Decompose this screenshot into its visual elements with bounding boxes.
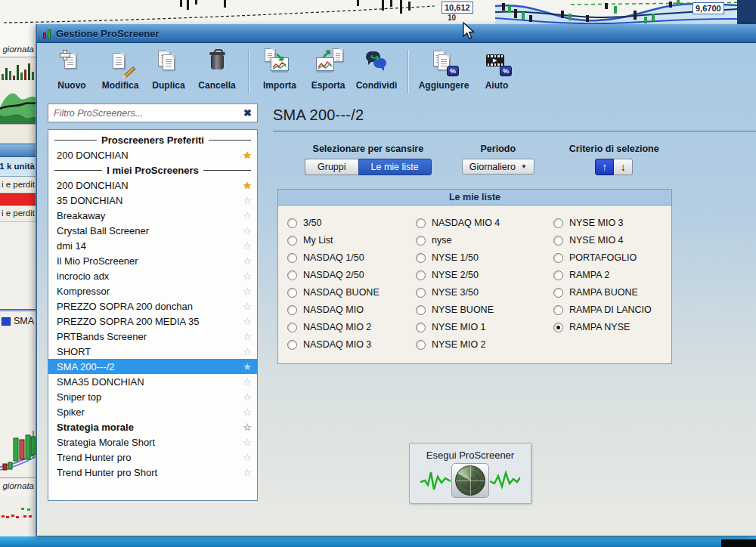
cancella-button[interactable]: Cancella [193,48,241,91]
background-chart-strip: 10,612 10 9,6700 [0,0,756,24]
favorite-star-icon[interactable] [243,256,252,266]
favorite-star-icon[interactable] [243,317,252,326]
list-item[interactable]: Strategia Morale Short [48,434,257,450]
list-option[interactable]: NASDAQ 2/50 [287,267,416,283]
list-option[interactable]: nyse [416,233,553,248]
list-item[interactable]: Kompressor [48,283,257,298]
favorite-star-icon[interactable] [243,301,252,311]
list-item[interactable]: SMA35 DONCHIAN [48,374,257,389]
importa-button[interactable]: ↘ Importa [256,48,304,91]
list-option[interactable]: NASDAQ BUONE [287,285,416,300]
list-item[interactable]: Sniper top [48,389,257,404]
sort-ascending-button[interactable]: ↑ [595,159,614,175]
list-item[interactable]: PRTBands Screener [48,329,257,344]
favorite-star-icon[interactable] [243,241,252,251]
favorite-star-icon[interactable] [243,437,252,447]
list-item[interactable]: 35 DONCHIAN [48,193,257,208]
sort-descending-button[interactable]: ↓ [614,159,633,175]
period-dropdown[interactable]: Giornaliero ▼ [462,159,534,175]
list-option[interactable]: NASDAQ MIO 4 [416,215,553,230]
list-item[interactable]: 200 DONCHIAN [48,147,257,162]
aggiungere-button[interactable]: Aggiungere [415,48,472,91]
condividi-button[interactable]: ↪ Condividi [352,48,401,91]
filter-input[interactable] [54,108,240,119]
list-section-header: I miei ProScreeners [48,162,257,178]
radar-icon [420,463,520,498]
export-icon: ↗ [311,48,345,77]
esegui-proscreener-button[interactable]: Esegui ProScreener [409,443,531,504]
edit-document-icon [104,48,137,77]
window-titlebar[interactable]: Gestione ProScreener [37,24,756,43]
list-item[interactable]: Crystal Ball Screener [48,223,257,238]
nuovo-button[interactable]: Nuovo [48,48,96,91]
screener-list: Proscreeners Preferiti 200 DONCHIAN I mi… [48,129,258,501]
favorite-star-icon[interactable] [243,226,252,236]
list-option[interactable]: NYSE BUONE [416,302,553,317]
list-option[interactable]: NASDAQ MIO 3 [287,337,416,352]
sort-direction-buttons: ↑ ↓ [595,159,633,175]
screener-sidebar: ✖ Proscreeners Preferiti 200 DONCHIAN I … [37,99,264,536]
radio-icon [287,323,297,332]
list-option[interactable]: NYSE 1/50 [416,250,553,265]
list-item[interactable]: SHORT [48,344,257,359]
favorite-star-icon[interactable] [243,181,252,190]
list-item[interactable]: Trend Hunter pro Short [48,465,257,480]
list-option[interactable]: NASDAQ 1/50 [287,250,416,265]
list-option[interactable]: NASDAQ MIO 2 [287,320,416,335]
list-item[interactable]: Trend Hunter pro [48,450,257,465]
list-item[interactable]: PREZZO SOPRA 200 MEDIA 35 [48,314,257,329]
favorite-star-icon[interactable] [243,468,252,477]
list-option[interactable]: RAMPA DI LANCIO [553,302,667,317]
tab-le-mie-liste[interactable]: Le mie liste [358,159,432,175]
radio-icon [416,288,426,298]
list-item[interactable]: dmi 14 [48,238,257,253]
list-item[interactable]: incrocio adx [48,268,257,283]
favorite-star-icon[interactable] [243,453,252,462]
radio-icon [287,340,297,350]
modifica-button[interactable]: Modifica [96,48,144,91]
favorite-star-icon[interactable] [243,211,252,221]
favorite-star-icon[interactable] [243,271,252,281]
esporta-button[interactable]: ↗ Esporta [304,48,352,91]
list-option[interactable]: RAMPA 2 [553,267,667,283]
background-red-bar [0,193,36,206]
favorite-star-icon[interactable] [243,347,252,357]
list-option[interactable]: RAMPA BUONE [553,285,667,300]
list-option[interactable]: 3/50 [287,215,416,230]
list-option[interactable]: NYSE MIO 1 [416,320,553,335]
favorite-star-icon[interactable] [243,377,252,387]
list-option[interactable]: NYSE MIO 2 [416,337,553,352]
list-item-selected[interactable]: SMA 200---/2 [48,359,257,374]
list-item[interactable]: Spiker [48,404,257,419]
favorite-star-icon[interactable] [243,332,252,341]
favorite-star-icon[interactable] [243,422,252,432]
list-option[interactable]: PORTAFOGLIO [553,250,667,265]
duplica-button[interactable]: Duplica [144,48,193,91]
tab-gruppi[interactable]: Gruppi [305,159,358,175]
list-option[interactable]: NYSE 3/50 [416,285,553,300]
favorite-star-icon[interactable] [243,392,252,402]
list-option[interactable]: NYSE MIO 4 [553,233,667,248]
radio-icon [416,323,426,332]
list-option[interactable]: NASDAQ MIO [287,302,416,317]
favorite-star-icon[interactable] [243,150,252,160]
list-option[interactable]: My List [287,233,416,248]
background-panel-corner [737,0,756,24]
favorite-star-icon[interactable] [243,196,252,206]
radio-icon [287,236,297,246]
list-option-selected[interactable]: RAMPA NYSE [553,320,667,335]
list-item[interactable]: Il Mio ProScreener [48,253,257,268]
list-option[interactable]: NYSE 2/50 [416,267,553,283]
favorite-star-icon[interactable] [243,407,252,417]
favorite-star-icon[interactable] [243,362,252,372]
price-label-box: 10,612 [442,2,473,14]
list-item[interactable]: Breakaway [48,208,257,223]
clear-filter-icon[interactable]: ✖ [243,108,252,118]
list-option[interactable]: NYSE MIO 3 [553,215,667,230]
list-item[interactable]: Strategia morale [48,419,257,434]
list-item[interactable]: 200 DONCHIAN [48,178,257,193]
background-panel-header [0,144,36,157]
list-item[interactable]: PREZZO SOPRA 200 donchan [48,298,257,314]
aiuto-button[interactable]: ▶ Aiuto [472,48,521,91]
favorite-star-icon[interactable] [243,286,252,296]
